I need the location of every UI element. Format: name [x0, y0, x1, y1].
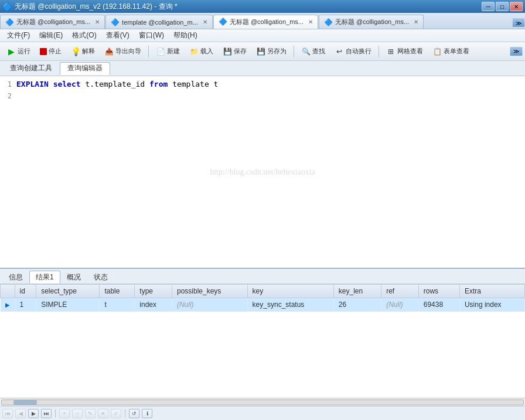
explain-icon: 💡 [71, 47, 80, 56]
col-header-key-len[interactable]: key_len [333, 285, 381, 298]
close-button[interactable]: ✕ [510, 2, 523, 11]
stop-button[interactable]: 停止 [36, 45, 66, 59]
menu-edit[interactable]: 编辑(E) [35, 29, 67, 42]
title-bar: 🔷 无标题 @colligation_ms_v2 (192.168.11.42)… [0, 0, 525, 13]
tab-4-label: 无标题 @colligation_ms... [335, 18, 409, 26]
find-label: 查找 [312, 47, 325, 56]
menu-view[interactable]: 查看(V) [101, 29, 134, 42]
line-content-1: EXPLAIN select t.template_id from templa… [16, 78, 523, 90]
col-header-arrow [1, 285, 15, 298]
saveas-icon: 💾 [256, 47, 265, 56]
find-button[interactable]: 🔍 查找 [297, 45, 329, 59]
tab-overflow-button[interactable]: ≫ [512, 18, 525, 28]
result-table: id select_type table type possible_keys … [0, 284, 525, 312]
nav-save-button[interactable]: ✓ [111, 409, 121, 418]
subtab-query-editor[interactable]: 查询编辑器 [60, 62, 110, 75]
result-tabs: 信息 结果1 概况 状态 [0, 269, 525, 284]
maximize-button[interactable]: □ [496, 2, 509, 11]
col-header-id[interactable]: id [15, 285, 36, 298]
tab-1-label: 无标题 @colligation_ms... [16, 18, 90, 26]
toolbar-separator-2 [294, 46, 294, 57]
nav-last-button[interactable]: ⏭ [41, 409, 52, 418]
table-row[interactable]: ▶ 1 SIMPLE t index (Null) key_sync_statu… [1, 298, 525, 312]
cell-select-type: SIMPLE [36, 298, 100, 312]
tab-4-close[interactable]: ✕ [414, 19, 418, 25]
menu-file[interactable]: 文件(F) [2, 29, 35, 42]
col-header-ref[interactable]: ref [381, 285, 419, 298]
save-button[interactable]: 💾 保存 [219, 45, 251, 59]
tab-2[interactable]: 🔷 template @colligation_m... ✕ [105, 15, 213, 29]
stop-icon [40, 48, 47, 55]
nav-separator-2 [125, 409, 125, 418]
toolbar-separator-3 [379, 46, 379, 57]
editor-line-1: 1 EXPLAIN select t.template_id from temp… [2, 78, 523, 90]
result-tab-status[interactable]: 状态 [87, 271, 114, 284]
explain-button[interactable]: 💡 解释 [67, 45, 99, 59]
nav-prev-button[interactable]: ◀ [15, 409, 26, 418]
scroll-track[interactable] [1, 399, 524, 405]
new-button[interactable]: 📄 新建 [152, 45, 184, 59]
col-header-possible-keys[interactable]: possible_keys [172, 285, 247, 298]
nav-separator-1 [55, 409, 56, 418]
results-area: 信息 结果1 概况 状态 id select_type table type p… [0, 268, 525, 420]
menu-format[interactable]: 格式(O) [67, 29, 101, 42]
tab-3[interactable]: 🔷 无标题 @colligation_ms... ✕ [213, 15, 318, 29]
scroll-thumb[interactable] [13, 400, 37, 405]
minimize-button[interactable]: ─ [482, 2, 495, 11]
toolbar-overflow[interactable]: ≫ [510, 47, 523, 56]
window-title: 无标题 @colligation_ms_v2 (192.168.11.42) -… [15, 2, 178, 12]
run-button[interactable]: ▶ 运行 [2, 45, 35, 59]
nav-discard-button[interactable]: ✕ [98, 409, 108, 418]
export-button[interactable]: 📤 导出向导 [100, 45, 145, 59]
cell-table: t [100, 298, 135, 312]
line-num-2: 2 [2, 90, 16, 102]
subtab-query-builder[interactable]: 查询创建工具 [2, 62, 60, 75]
export-label: 导出向导 [115, 47, 141, 56]
nav-remove-button[interactable]: − [72, 409, 83, 418]
gridview-icon: ⊞ [386, 47, 396, 56]
nav-next-button[interactable]: ▶ [28, 409, 39, 418]
formview-button[interactable]: 📋 表单查看 [428, 45, 473, 59]
sql-editor[interactable]: 1 EXPLAIN select t.template_id from temp… [0, 76, 525, 268]
nav-info-button[interactable]: ℹ [142, 409, 152, 418]
nav-edit-button[interactable]: ✎ [85, 409, 96, 418]
result-tab-info[interactable]: 信息 [2, 271, 29, 284]
saveas-button[interactable]: 💾 另存为 [252, 45, 291, 59]
gridview-button[interactable]: ⊞ 网格查看 [382, 45, 427, 59]
cell-possible-keys: (Null) [172, 298, 247, 312]
formview-icon: 📋 [432, 47, 442, 56]
nav-bar: ⏮ ◀ ▶ ⏭ + − ✎ ✕ ✓ ↺ ℹ [0, 406, 525, 420]
saveas-label: 另存为 [267, 47, 287, 56]
tab-3-close[interactable]: ✕ [308, 19, 313, 25]
line-content-2 [16, 90, 523, 102]
nav-add-button[interactable]: + [59, 409, 70, 418]
editor-line-2: 2 [2, 90, 523, 102]
nav-first-button[interactable]: ⏮ [2, 409, 13, 418]
menu-window[interactable]: 窗口(W) [134, 29, 169, 42]
load-button[interactable]: 📁 载入 [185, 45, 217, 59]
table-header-row: id select_type table type possible_keys … [1, 285, 525, 298]
result-tab-result1[interactable]: 结果1 [29, 271, 60, 284]
cell-ref: (Null) [381, 298, 419, 312]
horizontal-scrollbar[interactable] [0, 398, 525, 406]
new-icon: 📄 [156, 47, 165, 56]
load-label: 载入 [200, 47, 213, 56]
result-tab-overview[interactable]: 概况 [60, 271, 87, 284]
col-header-table[interactable]: table [100, 285, 135, 298]
tab-4[interactable]: 🔷 无标题 @colligation_ms... ✕ [319, 15, 424, 29]
col-header-key[interactable]: key [247, 285, 333, 298]
autoreplace-button[interactable]: ↩ 自动换行 [330, 45, 376, 59]
col-header-extra[interactable]: Extra [459, 285, 524, 298]
tab-1-close[interactable]: ✕ [95, 19, 100, 25]
nav-refresh-button[interactable]: ↺ [129, 409, 139, 418]
tab-1[interactable]: 🔷 无标题 @colligation_ms... ✕ [0, 15, 105, 29]
play-icon: ▶ [6, 47, 16, 56]
col-header-select-type[interactable]: select_type [36, 285, 100, 298]
col-header-rows[interactable]: rows [418, 285, 459, 298]
row-arrow: ▶ [1, 298, 15, 312]
save-label: 保存 [234, 47, 247, 56]
tab-2-close[interactable]: ✕ [203, 19, 207, 25]
col-header-type[interactable]: type [135, 285, 172, 298]
menu-help[interactable]: 帮助(H) [169, 29, 202, 42]
save-icon: 💾 [223, 47, 232, 56]
